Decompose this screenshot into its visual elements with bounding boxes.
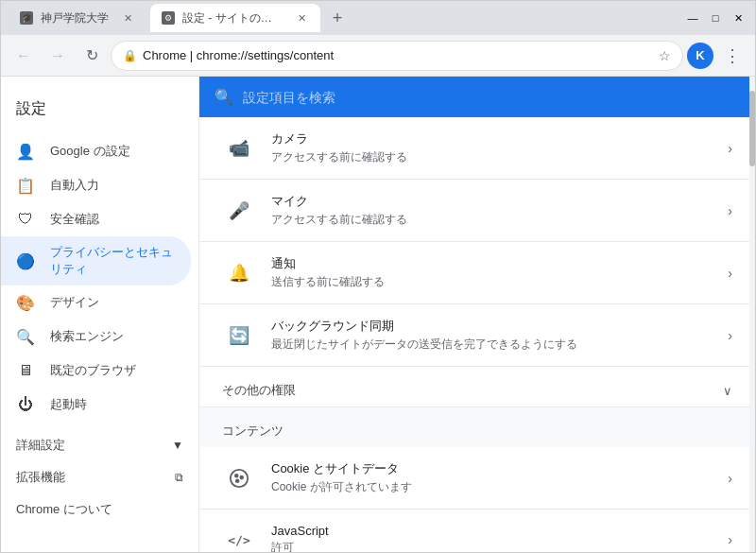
- settings-item-mic[interactable]: 🎤 マイク アクセスする前に確認する ›: [199, 180, 755, 242]
- svg-point-2: [240, 475, 243, 478]
- window-controls: — □ ✕: [683, 9, 747, 27]
- mic-text: マイク アクセスする前に確認する: [271, 193, 728, 228]
- sidebar-item-startup[interactable]: ⏻ 起動時: [1, 388, 191, 422]
- sidebar-item-advanced[interactable]: 詳細設定 ▼: [1, 429, 198, 461]
- content-area: 設定 👤 Google の設定 📋 自動入力 🛡 安全確認 🔵 プライバシーとセ…: [1, 77, 755, 552]
- maximize-button[interactable]: □: [706, 9, 725, 27]
- sidebar-item-google[interactable]: 👤 Google の設定: [1, 134, 191, 168]
- minimize-button[interactable]: —: [683, 9, 702, 27]
- back-button[interactable]: ←: [9, 41, 39, 71]
- scrollbar-track[interactable]: [749, 77, 755, 552]
- settings-item-cookies[interactable]: Cookie とサイトデータ Cookie が許可されています ›: [199, 447, 755, 510]
- search-bar: 🔍: [199, 77, 755, 117]
- address-bar[interactable]: 🔒 Chrome | chrome://settings/content ☆: [111, 41, 683, 71]
- camera-text: カメラ アクセスする前に確認する: [271, 130, 728, 165]
- sidebar-item-about[interactable]: Chrome について: [1, 493, 191, 526]
- cookies-title: Cookie とサイトデータ: [271, 460, 728, 477]
- tab-settings-favicon: ⚙: [162, 11, 175, 25]
- notification-text: 通知 送信する前に確認する: [271, 255, 728, 290]
- cookies-desc: Cookie が許可されています: [271, 479, 728, 495]
- javascript-icon: </>: [222, 523, 256, 552]
- other-permissions-collapse-icon: ∨: [723, 384, 732, 398]
- tab-kobe-favicon: 🎓: [20, 11, 33, 25]
- sidebar-item-search[interactable]: 🔍 検索エンジン: [1, 320, 191, 354]
- sidebar-label-browser: 既定のブラウザ: [50, 362, 136, 379]
- camera-title: カメラ: [271, 130, 728, 147]
- tab-kobe-close[interactable]: ✕: [120, 10, 135, 26]
- svg-point-3: [236, 479, 239, 482]
- sidebar: 設定 👤 Google の設定 📋 自動入力 🛡 安全確認 🔵 プライバシーとセ…: [1, 77, 199, 552]
- profile-button[interactable]: K: [687, 43, 713, 69]
- scrollbar-thumb[interactable]: [749, 91, 755, 166]
- lock-icon: 🔒: [123, 49, 137, 62]
- palette-icon: 🎨: [16, 293, 35, 312]
- sidebar-label-autofill: 自動入力: [50, 177, 99, 194]
- content-section-label: コンテンツ: [222, 423, 284, 440]
- refresh-button[interactable]: ↻: [77, 41, 107, 71]
- menu-button[interactable]: ⋮: [717, 41, 747, 71]
- settings-main: 🔍 📹 カメラ アクセスする前に確認する › 🎤: [199, 77, 755, 552]
- shield-icon: 🛡: [16, 210, 35, 229]
- browser-icon: 🖥: [16, 361, 35, 380]
- sidebar-label-search: 検索エンジン: [50, 328, 124, 345]
- sidebar-label-google: Google の設定: [50, 143, 130, 160]
- tab-kobe[interactable]: 🎓 神戸学院大学 ✕: [9, 4, 146, 32]
- sidebar-label-startup: 起動時: [50, 396, 87, 413]
- sync-icon: 🔄: [222, 319, 256, 353]
- notification-arrow-icon: ›: [728, 266, 732, 281]
- settings-item-javascript[interactable]: </> JavaScript 許可 ›: [199, 510, 755, 552]
- background-title: バックグラウンド同期: [271, 318, 728, 335]
- sidebar-item-extensions[interactable]: 拡張機能 ⧉: [1, 461, 198, 493]
- mic-title: マイク: [271, 193, 728, 210]
- sidebar-item-design[interactable]: 🎨 デザイン: [1, 285, 191, 320]
- mic-icon: 🎤: [222, 194, 256, 228]
- other-permissions-header[interactable]: その他の権限 ∨: [199, 367, 755, 406]
- forward-button[interactable]: →: [43, 41, 73, 71]
- sidebar-label-safety: 安全確認: [50, 211, 99, 228]
- notification-desc: 送信する前に確認する: [271, 274, 728, 290]
- sidebar-label-extensions: 拡張機能: [16, 469, 65, 486]
- camera-desc: アクセスする前に確認する: [271, 149, 728, 165]
- tab-settings[interactable]: ⚙ 設定 - サイトの設定 ✕: [150, 4, 320, 32]
- sidebar-label-design: デザイン: [50, 294, 99, 311]
- other-permissions-label: その他の権限: [222, 382, 296, 399]
- javascript-title: JavaScript: [271, 524, 728, 538]
- background-text: バックグラウンド同期 最近閉じたサイトがデータの送受信を完了できるようにする: [271, 318, 728, 353]
- title-bar: 🎓 神戸学院大学 ✕ ⚙ 設定 - サイトの設定 ✕ + — □ ✕: [1, 1, 755, 35]
- svg-point-0: [231, 469, 248, 486]
- navigation-bar: ← → ↻ 🔒 Chrome | chrome://settings/conte…: [1, 35, 755, 77]
- background-arrow-icon: ›: [728, 328, 732, 343]
- bookmark-icon[interactable]: ☆: [659, 48, 671, 63]
- address-text: Chrome | chrome://settings/content: [143, 48, 653, 62]
- autofill-icon: 📋: [16, 176, 35, 195]
- new-tab-button[interactable]: +: [324, 5, 351, 31]
- advanced-expand-icon: ▼: [172, 439, 183, 452]
- camera-icon: 📹: [222, 131, 256, 165]
- tab-settings-close[interactable]: ✕: [294, 10, 309, 26]
- tab-settings-title: 設定 - サイトの設定: [182, 10, 283, 26]
- person-icon: 👤: [16, 142, 35, 161]
- sidebar-item-privacy[interactable]: 🔵 プライバシーとセキュリティ: [1, 236, 191, 285]
- content-section-header: コンテンツ: [199, 406, 755, 447]
- sidebar-item-autofill[interactable]: 📋 自動入力: [1, 168, 191, 202]
- notification-icon: 🔔: [222, 256, 256, 290]
- search-bar-icon: 🔍: [215, 88, 233, 106]
- search-input[interactable]: [243, 90, 740, 105]
- sidebar-label-privacy: プライバシーとセキュリティ: [50, 244, 176, 278]
- notification-title: 通知: [271, 255, 728, 272]
- sidebar-item-default-browser[interactable]: 🖥 既定のブラウザ: [1, 354, 191, 388]
- cookies-arrow-icon: ›: [728, 471, 732, 486]
- settings-item-camera[interactable]: 📹 カメラ アクセスする前に確認する ›: [199, 117, 755, 180]
- javascript-text: JavaScript 許可: [271, 524, 728, 552]
- browser-frame: 🎓 神戸学院大学 ✕ ⚙ 設定 - サイトの設定 ✕ + — □ ✕ ← → ↻…: [0, 0, 756, 553]
- close-button[interactable]: ✕: [729, 9, 747, 27]
- javascript-desc: 許可: [271, 540, 728, 552]
- javascript-arrow-icon: ›: [728, 532, 732, 547]
- cookie-icon: [222, 461, 256, 495]
- settings-item-notification[interactable]: 🔔 通知 送信する前に確認する ›: [199, 242, 755, 304]
- background-desc: 最近閉じたサイトがデータの送受信を完了できるようにする: [271, 337, 728, 353]
- sidebar-item-safety[interactable]: 🛡 安全確認: [1, 202, 191, 236]
- external-link-icon: ⧉: [175, 471, 183, 484]
- cookies-text: Cookie とサイトデータ Cookie が許可されています: [271, 460, 728, 495]
- settings-item-background[interactable]: 🔄 バックグラウンド同期 最近閉じたサイトがデータの送受信を完了できるようにする…: [199, 304, 755, 367]
